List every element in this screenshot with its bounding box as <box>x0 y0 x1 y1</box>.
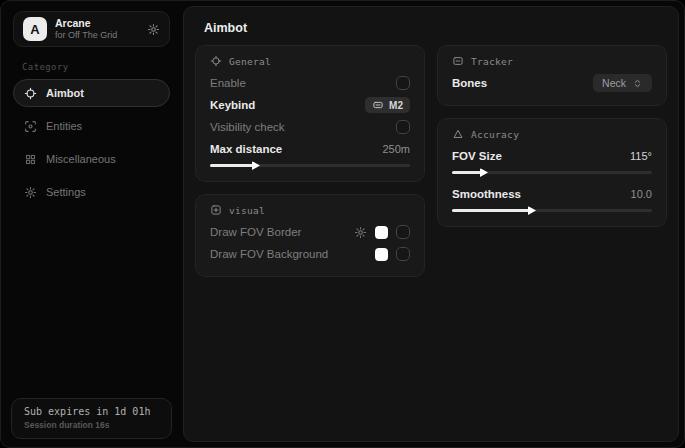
settings-gear-icon[interactable] <box>147 23 160 36</box>
grid-icon <box>24 153 37 166</box>
visual-icon <box>210 204 222 216</box>
panel-tracker: Tracker Bones Neck <box>437 45 667 106</box>
draw-fov-background-row: Draw FOV Background <box>210 243 410 265</box>
logo-text: Arcane for Off The Grid <box>55 17 117 40</box>
enable-checkbox[interactable] <box>396 76 410 90</box>
draw-fov-border-row: Draw FOV Border <box>210 221 410 243</box>
bones-row: Bones Neck <box>452 72 652 94</box>
left-column: General Enable Keybind M2 <box>195 45 425 277</box>
panel-title: Accuracy <box>471 129 519 140</box>
panel-general: General Enable Keybind M2 <box>195 45 425 182</box>
crosshair-icon <box>210 55 222 67</box>
smoothness-value: 10.0 <box>631 188 652 200</box>
visibility-check-row: Visibility check <box>210 116 410 138</box>
app-logo: A <box>23 17 47 41</box>
panel-tracker-header: Tracker <box>452 55 652 67</box>
crosshair-icon <box>24 87 37 100</box>
max-distance-label: Max distance <box>210 143 282 155</box>
subscription-status-card: Sub expires in 1d 01h Session duration 1… <box>11 398 172 439</box>
keybind-value: M2 <box>389 100 403 111</box>
draw-fov-border-controls <box>354 225 410 239</box>
panel-visual-header: visual <box>210 204 410 216</box>
panel-visual: visual Draw FOV Border Draw <box>195 194 425 277</box>
keybind-button[interactable]: M2 <box>365 97 410 113</box>
keybind-row: Keybind M2 <box>210 94 410 116</box>
app-name: Arcane <box>55 17 117 29</box>
visibility-check-label: Visibility check <box>210 121 285 133</box>
mouse-button-icon <box>372 99 384 111</box>
sidebar-item-label: Entities <box>46 120 82 132</box>
gear-icon <box>24 186 37 199</box>
scan-icon <box>24 120 37 133</box>
slider-fill <box>452 209 530 212</box>
sidebar-item-label: Settings <box>46 186 86 198</box>
sidebar-item-entities[interactable]: Entities <box>13 112 170 140</box>
content: General Enable Keybind M2 <box>195 45 667 433</box>
enable-row: Enable <box>210 72 410 94</box>
slider-fill <box>452 171 482 174</box>
fov-size-row: FOV Size 115° <box>452 145 652 167</box>
sidebar-item-label: Miscellaneous <box>46 153 116 165</box>
fov-size-value: 115° <box>630 150 652 162</box>
category-label: Category <box>22 62 182 72</box>
sidebar-item-label: Aimbot <box>46 87 84 99</box>
slider-thumb[interactable] <box>528 206 536 215</box>
draw-fov-border-checkbox[interactable] <box>396 225 410 239</box>
panel-title: visual <box>229 205 265 216</box>
chevron-up-down-icon <box>632 78 643 89</box>
right-column: Tracker Bones Neck <box>437 45 667 227</box>
max-distance-row: Max distance 250m <box>210 138 410 160</box>
smoothness-row: Smoothness 10.0 <box>452 183 652 205</box>
sidebar-item-miscellaneous[interactable]: Miscellaneous <box>13 145 170 173</box>
smoothness-label: Smoothness <box>452 188 521 200</box>
bones-selected-value: Neck <box>602 77 626 89</box>
page-title: Aimbot <box>204 21 247 35</box>
fov-background-color-swatch[interactable] <box>375 248 388 261</box>
app-subtitle: for Off The Grid <box>55 30 117 40</box>
keybind-label: Keybind <box>210 99 255 111</box>
visibility-check-checkbox[interactable] <box>396 120 410 134</box>
fov-size-slider[interactable] <box>452 171 652 174</box>
draw-fov-background-checkbox[interactable] <box>396 247 410 261</box>
draw-fov-background-controls <box>375 247 410 261</box>
tracker-icon <box>452 55 464 67</box>
enable-label: Enable <box>210 77 246 89</box>
sidebar-nav: Aimbot Entities Miscellaneous Settings <box>13 79 170 206</box>
slider-thumb[interactable] <box>480 168 488 177</box>
draw-fov-border-label: Draw FOV Border <box>210 226 301 238</box>
fov-border-color-swatch[interactable] <box>375 226 388 239</box>
panel-title: Tracker <box>471 56 513 67</box>
smoothness-slider[interactable] <box>452 209 652 212</box>
sidebar-item-settings[interactable]: Settings <box>13 178 170 206</box>
sidebar-item-aimbot[interactable]: Aimbot <box>13 79 170 107</box>
panel-accuracy: Accuracy FOV Size 115° Smoothness <box>437 118 667 227</box>
panel-accuracy-header: Accuracy <box>452 128 652 140</box>
slider-fill <box>210 164 254 167</box>
main-area: Aimbot General Enable <box>183 6 679 442</box>
session-duration-text: Session duration 16s <box>24 420 159 430</box>
bones-select[interactable]: Neck <box>593 74 652 92</box>
gear-icon[interactable] <box>354 226 367 239</box>
max-distance-slider[interactable] <box>210 164 410 167</box>
panel-title: General <box>229 56 271 67</box>
angle-icon <box>452 128 464 140</box>
app-window: A Arcane for Off The Grid Category Aimbo… <box>0 0 685 448</box>
draw-fov-background-label: Draw FOV Background <box>210 248 328 260</box>
sidebar: A Arcane for Off The Grid Category Aimbo… <box>1 1 182 447</box>
sub-expiry-text: Sub expires in 1d 01h <box>24 406 159 417</box>
bones-label: Bones <box>452 77 487 89</box>
max-distance-value: 250m <box>382 143 410 155</box>
logo-card: A Arcane for Off The Grid <box>13 11 170 47</box>
slider-thumb[interactable] <box>252 161 260 170</box>
fov-size-label: FOV Size <box>452 150 502 162</box>
panel-general-header: General <box>210 55 410 67</box>
